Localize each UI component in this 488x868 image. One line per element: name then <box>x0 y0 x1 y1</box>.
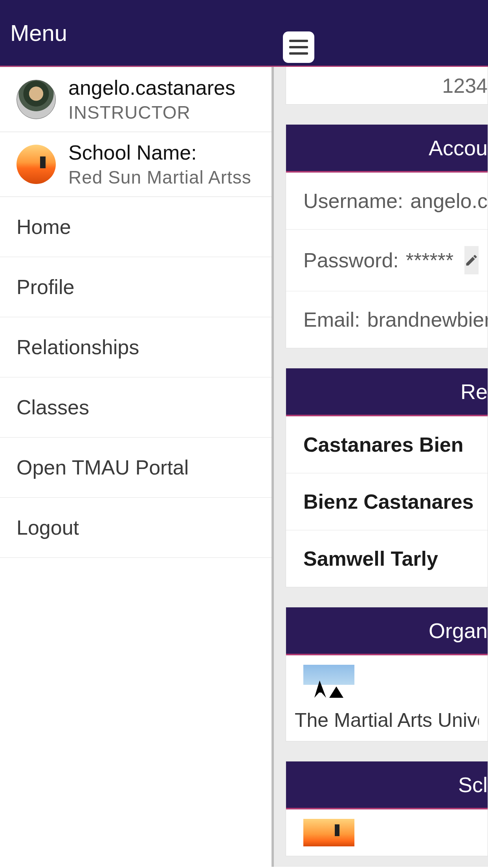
body: angelo.castanares INSTRUCTOR School Name… <box>0 67 488 867</box>
password-label: Password: <box>303 248 399 272</box>
nav-open-tmau-portal[interactable]: Open TMAU Portal <box>0 438 272 498</box>
account-email-row: Email: brandnewbien@gr <box>286 291 488 348</box>
sidebar-user-name: angelo.castanares <box>68 76 235 99</box>
relationship-item[interactable]: Castanares Bien <box>286 416 488 473</box>
user-avatar <box>17 80 56 119</box>
header-title: Menu <box>10 20 67 46</box>
account-card: Accou Username: angelo.castar Password: … <box>286 124 488 348</box>
school-card: Scl <box>286 761 488 856</box>
sidebar-school-value: Red Sun Martial Artss <box>68 167 251 188</box>
email-value: brandnewbien@gr <box>367 308 488 331</box>
relationship-item[interactable]: Samwell Tarly <box>286 530 488 587</box>
app-header: Menu <box>0 0 488 67</box>
pencil-icon <box>464 253 479 267</box>
sidebar-user-row[interactable]: angelo.castanares INSTRUCTOR <box>0 67 272 132</box>
organization-image <box>303 665 354 701</box>
sidebar: angelo.castanares INSTRUCTOR School Name… <box>0 67 274 867</box>
relationship-item[interactable]: Bienz Castanares <box>286 473 488 530</box>
menu-toggle-button[interactable] <box>283 31 314 63</box>
school-image <box>303 819 354 846</box>
relationships-card-header: Re <box>286 368 488 416</box>
nav-profile[interactable]: Profile <box>0 257 272 317</box>
organization-card: Organ The Martial Arts Universi <box>286 607 488 741</box>
school-item[interactable] <box>286 819 488 856</box>
nav-home[interactable]: Home <box>0 197 272 257</box>
nav-logout[interactable]: Logout <box>0 498 272 558</box>
organization-caption: The Martial Arts Universi <box>295 701 479 732</box>
sidebar-school-row[interactable]: School Name: Red Sun Martial Artss <box>0 132 272 197</box>
edit-password-button[interactable] <box>464 246 479 274</box>
nav-classes[interactable]: Classes <box>0 377 272 438</box>
content-area: 1234 Accou Username: angelo.castar Passw… <box>274 67 488 867</box>
account-username-row: Username: angelo.castar <box>286 173 488 230</box>
relationships-card: Re Castanares Bien Bienz Castanares Samw… <box>286 368 488 587</box>
username-value: angelo.castar <box>410 189 488 213</box>
sidebar-user-role: INSTRUCTOR <box>68 102 235 123</box>
sidebar-school-label: School Name: <box>68 141 251 164</box>
organization-card-header: Organ <box>286 607 488 655</box>
username-label: Username: <box>303 189 403 213</box>
school-avatar <box>17 145 56 184</box>
email-label: Email: <box>303 308 360 331</box>
top-fragment: 1234 <box>286 67 488 105</box>
school-card-header: Scl <box>286 761 488 809</box>
organization-item[interactable]: The Martial Arts Universi <box>286 665 488 741</box>
nav-relationships[interactable]: Relationships <box>0 317 272 377</box>
account-card-header: Accou <box>286 125 488 173</box>
password-value: ****** <box>406 248 453 272</box>
hamburger-icon <box>289 40 308 42</box>
account-password-row: Password: ****** <box>286 230 488 291</box>
